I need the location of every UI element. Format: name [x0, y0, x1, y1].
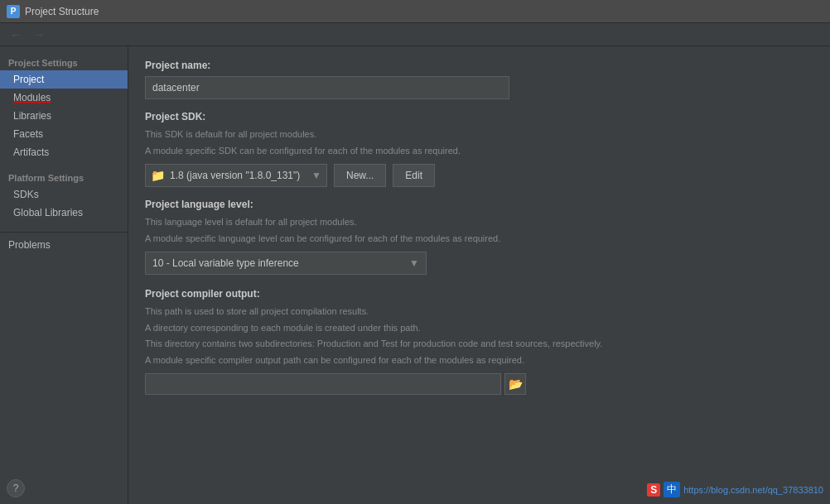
forward-button[interactable]: → — [30, 26, 48, 43]
nav-bar: ← → — [0, 23, 830, 46]
app-icon: P — [7, 5, 20, 18]
folder-open-icon: 📂 — [509, 377, 523, 391]
project-sdk-label: Project SDK: — [145, 111, 813, 122]
compiler-desc4: A module specific compiler output path c… — [145, 353, 813, 367]
sdk-value: 1.8 (java version "1.8.0_131") — [170, 170, 300, 181]
url-text: https://blog.csdn.net/qq_37833810 — [683, 485, 823, 495]
help-button[interactable]: ? — [7, 479, 25, 497]
lang-dropdown-arrow: ▼ — [409, 257, 419, 269]
language-level-value: 10 - Local variable type inference — [152, 257, 299, 269]
sougou-cn-icon: 中 — [664, 482, 680, 497]
sidebar: Project Settings Project Modules Librari… — [0, 46, 128, 504]
sidebar-item-problems[interactable]: Problems — [0, 233, 128, 253]
project-settings-section: Project Settings — [0, 53, 128, 70]
new-button[interactable]: New... — [334, 164, 386, 187]
sidebar-item-modules[interactable]: Modules — [0, 89, 128, 107]
problems-section: Problems — [0, 232, 128, 253]
main-layout: Project Settings Project Modules Librari… — [0, 46, 830, 504]
compiler-desc1: This path is used to store all project c… — [145, 305, 813, 319]
lang-desc2: A module specific language level can be … — [145, 232, 813, 246]
language-level-dropdown[interactable]: 10 - Local variable type inference ▼ — [145, 252, 427, 275]
language-level-label: Project language level: — [145, 199, 813, 210]
platform-settings-section: Platform Settings — [0, 168, 128, 185]
sougou-s-icon: S — [647, 483, 660, 497]
sdk-row: 📁 1.8 (java version "1.8.0_131") ▼ New..… — [145, 164, 813, 187]
sidebar-item-libraries[interactable]: Libraries — [0, 107, 128, 125]
compiler-desc3: This directory contains two subdirectori… — [145, 337, 813, 351]
title-bar: P Project Structure — [0, 0, 830, 23]
sdk-desc1: This SDK is default for all project modu… — [145, 127, 813, 142]
window-title: Project Structure — [25, 6, 99, 17]
sidebar-item-global-libraries[interactable]: Global Libraries — [0, 204, 128, 222]
sdk-dropdown[interactable]: 📁 1.8 (java version "1.8.0_131") ▼ — [145, 164, 327, 187]
back-button[interactable]: ← — [7, 26, 25, 43]
folder-icon: 📁 — [151, 169, 165, 182]
sidebar-item-sdks[interactable]: SDKs — [0, 185, 128, 204]
sidebar-item-project[interactable]: Project — [0, 70, 128, 89]
sidebar-item-facets[interactable]: Facets — [0, 125, 128, 143]
dropdown-arrow: ▼ — [311, 170, 321, 181]
compiler-output-label: Project compiler output: — [145, 288, 813, 300]
sidebar-item-artifacts[interactable]: Artifacts — [0, 143, 128, 161]
lang-desc1: This language level is default for all p… — [145, 215, 813, 229]
compiler-folder-button[interactable]: 📂 — [504, 373, 526, 395]
content-area: Project name: Project SDK: This SDK is d… — [128, 46, 830, 504]
compiler-output-input[interactable] — [145, 373, 501, 395]
sdk-desc2: A module specific SDK can be configured … — [145, 144, 813, 158]
watermark: S 中 https://blog.csdn.net/qq_37833810 — [647, 482, 823, 497]
compiler-output-row: 📂 — [145, 373, 813, 395]
compiler-desc2: A directory corresponding to each module… — [145, 321, 813, 335]
edit-button[interactable]: Edit — [393, 164, 435, 187]
project-name-input[interactable] — [145, 76, 509, 99]
project-name-label: Project name: — [145, 60, 813, 71]
